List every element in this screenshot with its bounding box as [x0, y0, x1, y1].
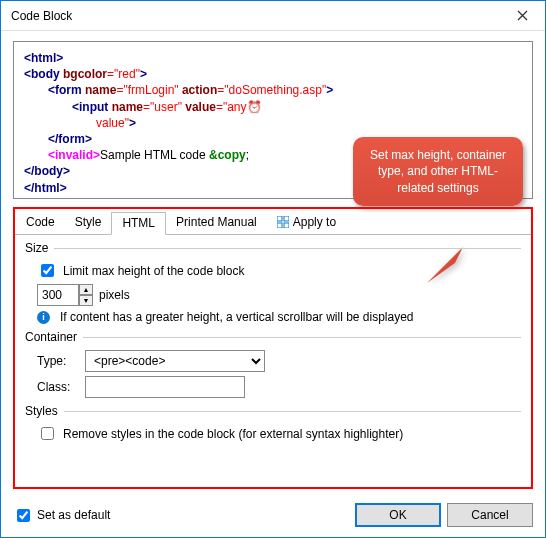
- highlight-box: Code Style HTML Printed Manual Apply to …: [13, 207, 533, 489]
- dialog-content: <html> <body bgcolor="red"> <form name="…: [1, 31, 545, 497]
- type-label: Type:: [37, 354, 79, 368]
- svg-rect-0: [277, 216, 282, 221]
- pixels-input[interactable]: [37, 284, 79, 306]
- callout-text: Set max height, container type, and othe…: [370, 148, 506, 195]
- callout-tooltip: Set max height, container type, and othe…: [353, 137, 523, 206]
- size-legend: Size: [25, 241, 54, 255]
- window-title: Code Block: [11, 9, 499, 23]
- svg-rect-3: [284, 223, 289, 228]
- set-default-label: Set as default: [37, 508, 110, 522]
- class-label: Class:: [37, 380, 79, 394]
- pixels-label: pixels: [99, 288, 130, 302]
- group-size: Size Limit max height of the code block …: [25, 241, 521, 324]
- pixels-stepper: ▲ ▼: [37, 284, 93, 306]
- pixels-up-button[interactable]: ▲: [79, 284, 93, 295]
- tab-code[interactable]: Code: [16, 212, 65, 233]
- titlebar: Code Block: [1, 1, 545, 31]
- info-icon: i: [37, 311, 50, 324]
- svg-rect-2: [277, 223, 282, 228]
- tab-printed-manual[interactable]: Printed Manual: [166, 212, 267, 233]
- cancel-button[interactable]: Cancel: [447, 503, 533, 527]
- type-select[interactable]: <pre><code>: [85, 350, 265, 372]
- tab-style[interactable]: Style: [65, 212, 112, 233]
- group-styles: Styles Remove styles in the code block (…: [25, 404, 521, 443]
- close-button[interactable]: [499, 1, 545, 31]
- html-panel: Size Limit max height of the code block …: [15, 235, 531, 453]
- remove-styles-label: Remove styles in the code block (for ext…: [63, 427, 403, 441]
- styles-legend: Styles: [25, 404, 64, 418]
- tab-apply-to[interactable]: Apply to: [267, 212, 346, 233]
- container-legend: Container: [25, 330, 83, 344]
- info-text: If content has a greater height, a verti…: [60, 310, 414, 324]
- tab-html[interactable]: HTML: [111, 212, 166, 235]
- tabstrip: Code Style HTML Printed Manual Apply to: [15, 211, 531, 235]
- grid-icon: [277, 216, 289, 228]
- pixels-down-button[interactable]: ▼: [79, 295, 93, 306]
- dialog-footer: Set as default OK Cancel: [1, 497, 545, 537]
- close-icon: [517, 10, 528, 21]
- group-container: Container Type: <pre><code> Class:: [25, 330, 521, 398]
- ok-button[interactable]: OK: [355, 503, 441, 527]
- dialog-window: Code Block <html> <body bgcolor="red"> <…: [0, 0, 546, 538]
- class-input[interactable]: [85, 376, 245, 398]
- svg-rect-1: [284, 216, 289, 221]
- set-default-checkbox[interactable]: [17, 509, 30, 522]
- limit-height-checkbox[interactable]: [41, 264, 54, 277]
- remove-styles-checkbox[interactable]: [41, 427, 54, 440]
- limit-height-label: Limit max height of the code block: [63, 264, 244, 278]
